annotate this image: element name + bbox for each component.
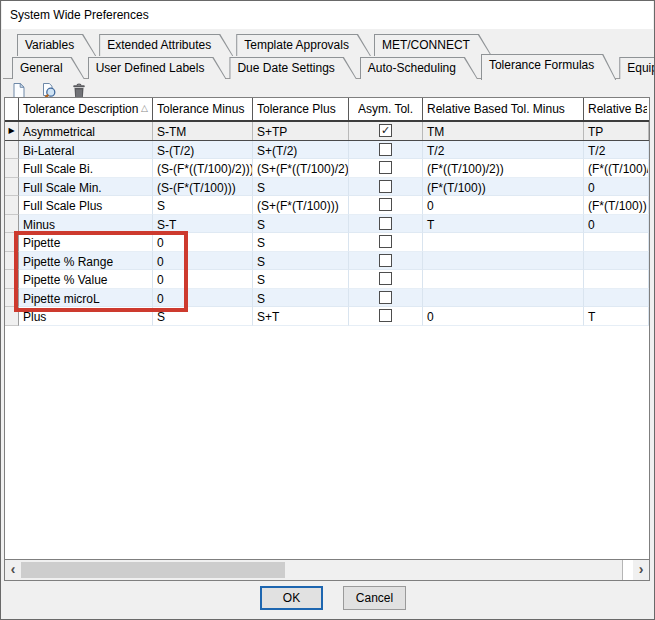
column-header-relative-based-tol-minus[interactable]: Relative Based Tol. Minus	[423, 98, 584, 120]
cell-rel_plus[interactable]: TP	[584, 122, 649, 140]
cell-rel_plus[interactable]: T	[584, 307, 649, 326]
tab-equip-groups[interactable]: Equip. Groups	[619, 57, 655, 79]
cell-minus[interactable]: 0	[153, 252, 253, 271]
cell-minus[interactable]: S-T	[153, 215, 253, 234]
cell-rel_plus[interactable]: T/2	[584, 141, 649, 160]
cell-plus[interactable]: S	[253, 178, 349, 197]
cell-minus[interactable]: S-TM	[153, 122, 253, 140]
cell-rel_minus[interactable]: (F*((T/100)/2))	[423, 159, 584, 178]
cell-minus[interactable]: 0	[153, 233, 253, 252]
cell-minus[interactable]: (S-(F*((T/100)/2)))	[153, 159, 253, 178]
cell-rel_plus[interactable]: (F*((T/100)/2))	[584, 159, 649, 178]
cell-rel_plus[interactable]	[584, 233, 649, 252]
cell-plus[interactable]: S	[253, 233, 349, 252]
cell-rel_plus[interactable]	[584, 252, 649, 271]
tab-general[interactable]: General	[12, 57, 85, 79]
table-row-full-scale-plus[interactable]: Full Scale PlusS(S+(F*(T/100)))0(F*(T/10…	[5, 196, 649, 215]
table-row-plus[interactable]: PlusSS+T0T	[5, 307, 649, 326]
cell-plus[interactable]: S	[253, 270, 349, 289]
cell-description[interactable]: Bi-Lateral	[19, 141, 153, 160]
table-row-pipette-range[interactable]: Pipette % Range0S	[5, 252, 649, 271]
scroll-left-arrow[interactable]: ‹	[5, 560, 21, 580]
cell-asym[interactable]: ✓	[349, 122, 423, 140]
column-header-asym-tol[interactable]: Asym. Tol.	[349, 98, 423, 120]
tab-user-defined-labels[interactable]: User Defined Labels	[88, 57, 227, 79]
tab-variables[interactable]: Variables	[17, 34, 96, 56]
cell-plus[interactable]: S+(T/2)	[253, 141, 349, 160]
scroll-right-arrow[interactable]: ›	[633, 560, 649, 580]
cell-asym[interactable]	[349, 159, 423, 178]
cell-minus[interactable]: (S-(F*(T/100)))	[153, 178, 253, 197]
cell-asym[interactable]	[349, 252, 423, 271]
asym-tol-checkbox[interactable]	[379, 254, 392, 267]
row-selector-gutter[interactable]	[5, 141, 19, 160]
table-row-minus[interactable]: MinusS-TST0	[5, 215, 649, 234]
tab-tolerance-formulas[interactable]: Tolerance Formulas	[481, 54, 616, 80]
cell-description[interactable]: Full Scale Min.	[19, 178, 153, 197]
tab-auto-scheduling[interactable]: Auto-Scheduling	[360, 57, 478, 79]
cell-rel_minus[interactable]	[423, 270, 584, 289]
table-row-asymmetrical[interactable]: ▶AsymmetricalS-TMS+TP✓TMTP	[5, 122, 649, 141]
column-header-relative-based-tol-plus[interactable]: Relative Based Tol. Plus	[584, 98, 649, 120]
tab-met-connect[interactable]: MET/CONNECT	[374, 34, 492, 56]
column-header-tolerance-description[interactable]: Tolerance Description△	[19, 98, 153, 120]
cell-rel_minus[interactable]	[423, 233, 584, 252]
cell-minus[interactable]: 0	[153, 289, 253, 308]
asym-tol-checkbox[interactable]	[379, 161, 392, 174]
cell-minus[interactable]: 0	[153, 270, 253, 289]
cell-asym[interactable]	[349, 307, 423, 326]
cell-rel_plus[interactable]: 0	[584, 178, 649, 197]
scrollbar-thumb[interactable]	[21, 562, 285, 578]
cell-rel_minus[interactable]: 0	[423, 307, 584, 326]
asym-tol-checkbox[interactable]	[379, 309, 392, 322]
table-row-full-scale-bi[interactable]: Full Scale Bi.(S-(F*((T/100)/2)))(S+(F*(…	[5, 159, 649, 178]
cell-minus[interactable]: S	[153, 196, 253, 215]
row-selector-gutter[interactable]: ▶	[5, 122, 19, 140]
cell-rel_minus[interactable]: (F*(T/100))	[423, 178, 584, 197]
tab-template-approvals[interactable]: Template Approvals	[236, 34, 371, 56]
asym-tol-checkbox[interactable]	[379, 217, 392, 230]
cell-minus[interactable]: S-(T/2)	[153, 141, 253, 160]
cell-asym[interactable]	[349, 215, 423, 234]
cell-plus[interactable]: (S+(F*(T/100)))	[253, 196, 349, 215]
table-row-bi-lateral[interactable]: Bi-LateralS-(T/2)S+(T/2)T/2T/2	[5, 141, 649, 160]
row-selector-gutter[interactable]	[5, 233, 19, 252]
cell-rel_plus[interactable]	[584, 289, 649, 308]
asym-tol-checkbox[interactable]	[379, 291, 392, 304]
cancel-button[interactable]: Cancel	[343, 586, 406, 610]
cell-rel_minus[interactable]	[423, 289, 584, 308]
row-selector-gutter[interactable]	[5, 270, 19, 289]
asym-tol-checkbox[interactable]: ✓	[379, 124, 392, 137]
cell-asym[interactable]	[349, 233, 423, 252]
row-selector-gutter[interactable]	[5, 307, 19, 326]
cell-plus[interactable]: S+TP	[253, 122, 349, 140]
cell-rel_minus[interactable]: TM	[423, 122, 584, 140]
tab-due-date-settings[interactable]: Due Date Settings	[229, 57, 356, 79]
ok-button[interactable]: OK	[260, 586, 323, 610]
table-row-full-scale-min[interactable]: Full Scale Min.(S-(F*(T/100)))S(F*(T/100…	[5, 178, 649, 197]
cell-description[interactable]: Pipette % Value	[19, 270, 153, 289]
table-row-pipette-microl[interactable]: Pipette microL0S	[5, 289, 649, 308]
cell-asym[interactable]	[349, 270, 423, 289]
cell-minus[interactable]: S	[153, 307, 253, 326]
row-selector-gutter[interactable]	[5, 252, 19, 271]
tab-extended-attributes[interactable]: Extended Attributes	[99, 34, 233, 56]
cell-plus[interactable]: S	[253, 215, 349, 234]
cell-plus[interactable]: S	[253, 252, 349, 271]
cell-rel_minus[interactable]	[423, 252, 584, 271]
row-selector-gutter[interactable]	[5, 289, 19, 308]
table-row-pipette[interactable]: Pipette0S	[5, 233, 649, 252]
cell-plus[interactable]: S	[253, 289, 349, 308]
column-header-tolerance-minus[interactable]: Tolerance Minus	[153, 98, 253, 120]
cell-plus[interactable]: S+T	[253, 307, 349, 326]
cell-asym[interactable]	[349, 178, 423, 197]
cell-rel_minus[interactable]: T/2	[423, 141, 584, 160]
row-selector-gutter[interactable]	[5, 215, 19, 234]
row-selector-gutter[interactable]	[5, 178, 19, 197]
table-row-pipette-value[interactable]: Pipette % Value0S	[5, 270, 649, 289]
cell-asym[interactable]	[349, 196, 423, 215]
cell-description[interactable]: Plus	[19, 307, 153, 326]
cell-asym[interactable]	[349, 141, 423, 160]
asym-tol-checkbox[interactable]	[379, 143, 392, 156]
row-selector-gutter[interactable]	[5, 159, 19, 178]
